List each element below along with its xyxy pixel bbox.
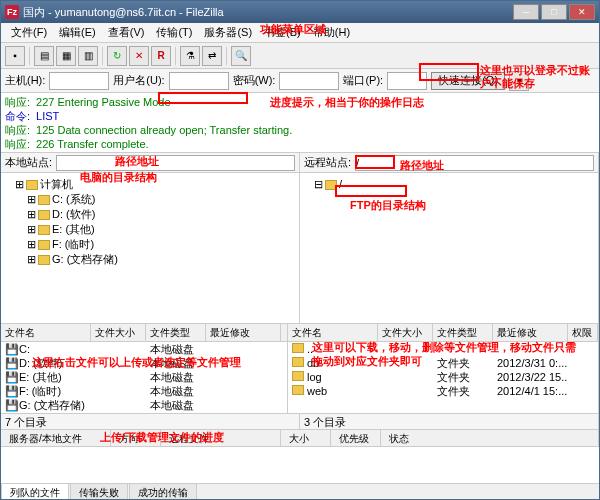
remote-list-body[interactable]: .. db文件夹2012/3/31 0:... log文件夹2012/3/22 … xyxy=(288,342,598,413)
menu-edit[interactable]: 编辑(E) xyxy=(53,23,102,42)
list-item[interactable]: .. xyxy=(288,342,598,356)
list-item[interactable]: log文件夹2012/3/22 15... xyxy=(288,370,598,384)
pass-label: 密码(W): xyxy=(233,73,276,88)
queue-header[interactable]: 服务器/本地文件 方向 远程文件 大小 优先级 状态 xyxy=(1,429,599,447)
menubar: 文件(F) 编辑(E) 查看(V) 传输(T) 服务器(S) 书签(B) 帮助(… xyxy=(1,23,599,43)
menu-file[interactable]: 文件(F) xyxy=(5,23,53,42)
filter-icon[interactable]: ⚗ xyxy=(180,46,200,66)
host-label: 主机(H): xyxy=(5,73,45,88)
cancel-icon[interactable]: ✕ xyxy=(129,46,149,66)
toggle-tree-icon[interactable]: ▦ xyxy=(56,46,76,66)
pass-input[interactable] xyxy=(279,72,339,90)
toggle-queue-icon[interactable]: ▥ xyxy=(78,46,98,66)
tab-failed[interactable]: 传输失败 xyxy=(70,483,128,500)
tree-item[interactable]: ⊞ C: (系统) xyxy=(5,192,295,207)
titlebar: Fz 国内 - yumanutong@ns6.7iit.cn - FileZil… xyxy=(1,1,599,23)
remote-list: 文件名 文件大小 文件类型 最近修改 权限 .. db文件夹2012/3/31 … xyxy=(288,324,599,413)
local-site-label: 本地站点: xyxy=(5,155,52,170)
remote-count: 3 个目录 xyxy=(300,414,599,429)
queue-body[interactable] xyxy=(1,447,599,483)
local-tree[interactable]: ⊞ 计算机⊞ C: (系统)⊞ D: (软件)⊞ E: (其他)⊞ F: (临时… xyxy=(1,173,299,323)
port-input[interactable] xyxy=(387,72,427,90)
user-input[interactable] xyxy=(169,72,229,90)
menu-help[interactable]: 帮助(H) xyxy=(307,23,356,42)
list-item[interactable]: db文件夹2012/3/31 0:... xyxy=(288,356,598,370)
tree-item[interactable]: ⊟ / xyxy=(304,177,594,192)
disconnect-icon[interactable]: R xyxy=(151,46,171,66)
remote-pane: 远程站点: ⊟ / xyxy=(300,153,599,323)
close-button[interactable]: ✕ xyxy=(569,4,595,20)
log-panel[interactable]: 响应:227 Entering Passive Mode命令:LIST响应:12… xyxy=(1,93,599,153)
menu-transfer[interactable]: 传输(T) xyxy=(150,23,198,42)
tree-item[interactable]: ⊞ E: (其他) xyxy=(5,222,295,237)
quickconnect-bar: 主机(H): 用户名(U): 密码(W): 端口(P): 快速连接(Q) ▾ xyxy=(1,69,599,93)
list-item[interactable]: 💾G: (文档存储)本地磁盘 xyxy=(1,398,287,412)
menu-view[interactable]: 查看(V) xyxy=(102,23,151,42)
remote-tree[interactable]: ⊟ / xyxy=(300,173,598,323)
maximize-button[interactable]: □ xyxy=(541,4,567,20)
menu-server[interactable]: 服务器(S) xyxy=(198,23,258,42)
user-label: 用户名(U): xyxy=(113,73,164,88)
tree-item[interactable]: ⊞ 计算机 xyxy=(5,177,295,192)
search-icon[interactable]: 🔍 xyxy=(231,46,251,66)
list-item[interactable]: 💾C:本地磁盘 xyxy=(1,342,287,356)
queue-tabs: 列队的文件 传输失败 成功的传输 xyxy=(1,483,599,500)
menu-bookmarks[interactable]: 书签(B) xyxy=(258,23,307,42)
list-item[interactable]: 💾E: (其他)本地磁盘 xyxy=(1,370,287,384)
list-item[interactable]: 💾H: (F)本地磁盘 xyxy=(1,412,287,413)
tab-queued[interactable]: 列队的文件 xyxy=(1,483,69,500)
tree-item[interactable]: ⊞ F: (临时) xyxy=(5,237,295,252)
port-label: 端口(P): xyxy=(343,73,383,88)
remote-list-header[interactable]: 文件名 文件大小 文件类型 最近修改 权限 xyxy=(288,324,598,342)
quickconnect-dropdown-icon[interactable]: ▾ xyxy=(509,71,529,91)
local-pane: 本地站点: ⊞ 计算机⊞ C: (系统)⊞ D: (软件)⊞ E: (其他)⊞ … xyxy=(1,153,300,323)
local-count: 7 个目录 xyxy=(1,414,300,429)
quickconnect-button[interactable]: 快速连接(Q) xyxy=(431,72,505,90)
toolbar: ▪ ▤ ▦ ▥ ↻ ✕ R ⚗ ⇄ 🔍 xyxy=(1,43,599,69)
list-item[interactable]: web文件夹2012/4/1 15:... xyxy=(288,384,598,398)
window-title: 国内 - yumanutong@ns6.7iit.cn - FileZilla xyxy=(23,5,224,20)
local-list: 文件名 文件大小 文件类型 最近修改 💾C:本地磁盘💾D: (软件)本地磁盘💾E… xyxy=(1,324,288,413)
tree-item[interactable]: ⊞ D: (软件) xyxy=(5,207,295,222)
compare-icon[interactable]: ⇄ xyxy=(202,46,222,66)
toggle-log-icon[interactable]: ▤ xyxy=(34,46,54,66)
tree-item[interactable]: ⊞ G: (文档存储) xyxy=(5,252,295,267)
remote-path-input[interactable] xyxy=(355,155,594,171)
app-icon: Fz xyxy=(5,5,19,19)
refresh-icon[interactable]: ↻ xyxy=(107,46,127,66)
local-list-header[interactable]: 文件名 文件大小 文件类型 最近修改 xyxy=(1,324,287,342)
list-item[interactable]: 💾D: (软件)本地磁盘 xyxy=(1,356,287,370)
tab-success[interactable]: 成功的传输 xyxy=(129,483,197,500)
remote-site-label: 远程站点: xyxy=(304,155,351,170)
list-item[interactable]: 💾F: (临时)本地磁盘 xyxy=(1,384,287,398)
host-input[interactable] xyxy=(49,72,109,90)
sitemanager-icon[interactable]: ▪ xyxy=(5,46,25,66)
minimize-button[interactable]: ─ xyxy=(513,4,539,20)
local-list-body[interactable]: 💾C:本地磁盘💾D: (软件)本地磁盘💾E: (其他)本地磁盘💾F: (临时)本… xyxy=(1,342,287,413)
local-path-input[interactable] xyxy=(56,155,295,171)
